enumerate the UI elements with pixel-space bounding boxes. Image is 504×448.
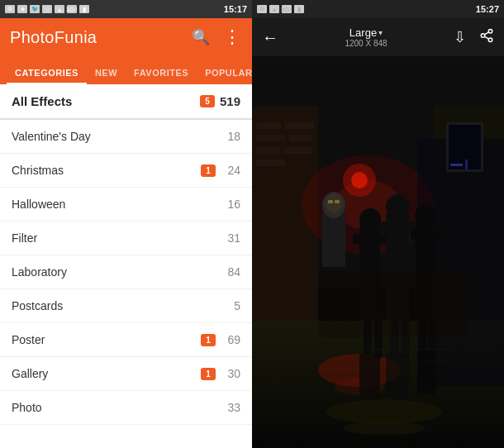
category-item-laboratory[interactable]: Laboratory 84 [0,255,252,289]
svg-rect-47 [417,350,435,395]
status-time-right: 15:27 [476,4,499,14]
3g-icon: 3G↑ [67,5,77,13]
svg-rect-28 [328,200,333,203]
count-gallery: 30 [221,367,240,380]
category-item-valentines[interactable]: Valentine's Day 18 [0,120,252,154]
right-app-header: ← Large ▾ 1200 X 848 ⇩ [252,18,504,56]
category-name-christmas: Christmas [12,164,64,177]
count-filter: 31 [221,231,240,245]
category-name-postcards: Postcards [12,299,63,312]
right-header-center: Large ▾ 1200 X 848 [345,26,387,48]
svg-rect-38 [411,230,440,240]
image-dimensions: 1200 X 848 [345,39,387,48]
category-list: All Effects 5 519 Valentine's Day 18 Chr… [0,84,252,448]
category-item-gallery[interactable]: Gallery 1 30 [0,357,252,391]
count-laboratory: 84 [221,265,240,279]
category-right-filter: 31 [221,231,240,245]
category-right-all-effects: 5 519 [200,94,240,108]
svg-rect-45 [359,354,380,403]
count-postcards: 5 [221,299,240,312]
category-item-filter[interactable]: Filter 31 [0,222,252,255]
category-name-filter: Filter [12,231,37,245]
category-right-christmas: 1 24 [201,164,240,177]
image-size-label[interactable]: Large ▾ [349,26,383,39]
category-name-gallery: Gallery [12,367,48,380]
category-item-christmas[interactable]: Christmas 1 24 [0,154,252,188]
category-right-halloween: 16 [221,198,240,211]
category-right-postcards: 5 [221,299,240,312]
svg-rect-10 [256,135,285,141]
status-bar-right: ⚙ ▲ 3G↑ ▮ 15:27 [252,0,504,18]
svg-rect-48 [318,271,467,337]
category-right-gallery: 1 30 [201,367,240,380]
count-halloween: 16 [221,198,240,211]
r-3g-icon: 3G↑ [282,5,292,13]
svg-point-34 [386,194,409,219]
category-right-poster: 1 69 [201,333,240,346]
svg-rect-11 [289,135,312,141]
nav-tabs: CATEGORIES NEW FAVORITES POPULAR [0,56,252,84]
app-header: PhotoFunia 🔍 ⋮ [0,18,252,56]
r-wifi-icon: ⚙ [257,5,267,13]
count-poster: 69 [221,333,240,346]
count-christmas: 24 [221,164,240,177]
category-name-poster: Poster [12,333,45,346]
search-icon[interactable]: 🔍 [192,28,210,46]
svg-point-54 [343,422,426,435]
tab-favorites[interactable]: FAVORITES [126,63,197,84]
battery-icon: ▮ [79,5,89,13]
right-header-icons: ⇩ [454,28,494,47]
svg-line-3 [484,36,488,39]
tab-new[interactable]: NEW [87,63,126,84]
count-photo: 33 [221,401,240,414]
scene-image [252,56,504,448]
svg-point-37 [415,205,435,226]
category-item-halloween[interactable]: Halloween 16 [0,188,252,222]
size-text: Large [349,26,377,39]
badge-poster: 1 [201,334,216,346]
category-item-poster[interactable]: Poster 1 69 [0,323,252,357]
app-title: PhotoFunia [10,28,97,47]
count-valentines: 18 [221,130,240,143]
tab-popular[interactable]: POPULAR [197,63,252,84]
more-icon[interactable]: ⋮ [223,26,242,48]
category-name-all-effects: All Effects [12,94,72,108]
svg-point-53 [326,399,442,424]
category-name-laboratory: Laboratory [12,265,67,279]
svg-rect-29 [335,200,340,203]
svg-rect-9 [285,122,314,129]
category-name-photo: Photo [12,401,42,414]
download-icon[interactable]: ⇩ [454,28,466,46]
category-item-photo[interactable]: Photo 33 [0,391,252,425]
share-icon[interactable] [479,28,494,47]
left-panel: ⚙ ◈ 🐦 ◇ ▲ 3G↑ ▮ 15:17 PhotoFunia 🔍 ⋮ CAT… [0,0,252,448]
svg-rect-8 [256,122,281,129]
svg-rect-12 [256,147,279,154]
status-bar-left: ⚙ ◈ 🐦 ◇ ▲ 3G↑ ▮ 15:17 [0,0,252,18]
badge-christmas: 1 [201,164,216,177]
bt-icon: ◈ [17,5,27,13]
svg-line-4 [484,31,488,34]
status-time-left: 15:17 [224,4,247,14]
dropdown-arrow-icon: ▾ [378,28,383,37]
image-area [252,56,504,448]
status-icons-left: ⚙ ◈ 🐦 ◇ ▲ 3G↑ ▮ [5,5,89,13]
badge-gallery: 1 [201,368,216,380]
svg-point-1 [481,33,485,37]
count-all-effects: 519 [220,94,240,108]
svg-point-0 [488,29,492,33]
category-name-valentines: Valentine's Day [12,130,91,143]
right-header-left: ← [262,28,278,47]
back-icon[interactable]: ← [262,28,278,47]
tab-categories[interactable]: CATEGORIES [7,63,87,84]
category-right-photo: 33 [221,401,240,414]
svg-rect-13 [283,147,312,154]
category-item-postcards[interactable]: Postcards 5 [0,289,252,323]
badge-all-effects: 5 [200,95,215,107]
signal-icon: ▲ [55,5,64,13]
svg-rect-51 [450,164,463,166]
svg-point-2 [488,38,492,42]
category-item-all-effects[interactable]: All Effects 5 519 [0,84,252,120]
svg-rect-32 [353,234,388,244]
svg-point-27 [326,193,342,213]
